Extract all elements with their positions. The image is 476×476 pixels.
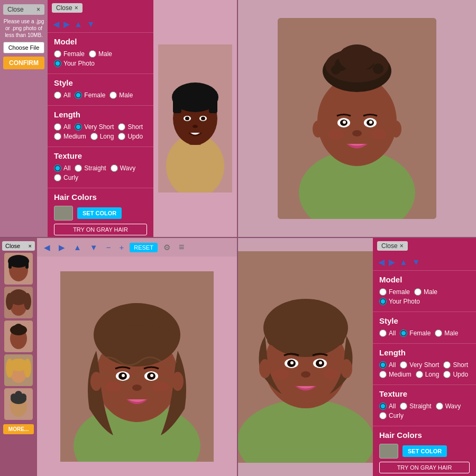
svg-point-52 xyxy=(10,325,27,335)
toolbar-minus[interactable]: − xyxy=(104,241,114,253)
br-texture-wavy[interactable]: Wavy xyxy=(436,402,461,410)
br-length-medium[interactable]: Medium xyxy=(379,371,411,378)
br-panel-close-button[interactable]: Close × xyxy=(377,241,408,251)
nav-left-arrow[interactable]: ◀ xyxy=(52,18,60,30)
br-length-updo[interactable]: Updo xyxy=(443,371,468,378)
br-length-title: Length xyxy=(379,348,470,357)
top-left-filter-panel: Close × ◀ ▶ ▲ ▼ Model Female Male Your P… xyxy=(48,0,153,237)
length-section: Length All Very Short Short Medium Long … xyxy=(48,105,153,147)
texture-straight-option[interactable]: Straight xyxy=(75,164,106,172)
toolbar-down-arrow[interactable]: ▼ xyxy=(87,241,100,253)
color-swatch[interactable] xyxy=(54,206,73,221)
length-all-option[interactable]: All xyxy=(54,123,70,131)
br-length-short[interactable]: Short xyxy=(443,361,468,369)
length-vshort-option[interactable]: Very Short xyxy=(75,123,114,131)
texture-wavy-option[interactable]: Wavy xyxy=(111,164,136,172)
br-style-female[interactable]: Female xyxy=(400,329,431,337)
style-all-option[interactable]: All xyxy=(54,91,70,99)
thumbnail-4[interactable] xyxy=(4,354,33,386)
texture-all-option[interactable]: All xyxy=(54,164,70,172)
br-texture-curly[interactable]: Curly xyxy=(379,412,404,419)
style-section: Style All Female Male xyxy=(48,74,153,105)
model-female-option[interactable]: Female xyxy=(54,50,85,58)
toolbar-gear-button[interactable]: ⚙ xyxy=(161,241,173,254)
bottom-left-quadrant: Close × xyxy=(0,238,238,476)
toolbar-right-arrow[interactable]: ▶ xyxy=(56,241,68,254)
svg-point-97 xyxy=(341,359,352,378)
confirm-button[interactable]: CONFIRM xyxy=(3,57,44,69)
br-set-color-button[interactable]: SET COLOR xyxy=(402,445,447,457)
br-nav-right[interactable]: ▶ xyxy=(388,256,396,268)
length-updo-option[interactable]: Updo xyxy=(118,133,143,140)
texture-curly-option[interactable]: Curly xyxy=(54,174,78,181)
bottom-right-quadrant: ◀ ▶ ▲ ▼ xyxy=(238,238,476,476)
br-model-female[interactable]: Female xyxy=(379,288,410,296)
br-style-section: Style All Female Male xyxy=(373,312,476,343)
svg-point-29 xyxy=(343,121,346,124)
br-nav-left[interactable]: ◀ xyxy=(377,256,386,268)
svg-point-76 xyxy=(132,385,142,391)
length-radio-group-2: Medium Long Updo xyxy=(54,133,147,140)
style-male-option[interactable]: Male xyxy=(109,91,133,99)
br-length-long[interactable]: Long xyxy=(416,371,440,378)
thumbnail-1[interactable] xyxy=(4,253,33,285)
nav-right-arrow[interactable]: ▶ xyxy=(62,18,71,30)
model-yourphoto-option[interactable]: Your Photo xyxy=(54,60,95,67)
top-right-quadrant xyxy=(238,0,476,238)
bottom-left-close-button[interactable]: Close × xyxy=(2,241,35,251)
toolbar-plus[interactable]: + xyxy=(116,241,126,253)
svg-point-78 xyxy=(152,381,169,392)
br-model-section: Model Female Male Your Photo xyxy=(373,270,476,312)
texture-section-title: Texture xyxy=(54,151,147,160)
br-color-swatch[interactable] xyxy=(379,444,398,459)
try-gray-button[interactable]: TRY ON GRAY HAIR xyxy=(54,224,147,235)
close-label: Close xyxy=(7,6,24,13)
more-button[interactable]: MORE... xyxy=(3,424,34,434)
svg-point-74 xyxy=(122,374,125,377)
br-style-all[interactable]: All xyxy=(379,329,396,337)
length-short-option[interactable]: Short xyxy=(118,123,143,131)
length-radio-group: All Very Short Short xyxy=(54,123,147,131)
br-model-yourphoto[interactable]: Your Photo xyxy=(379,298,420,305)
thumbnail-5[interactable] xyxy=(4,388,33,420)
length-section-title: Length xyxy=(54,110,147,119)
length-medium-option[interactable]: Medium xyxy=(54,133,86,140)
model-section: Model Female Male Your Photo xyxy=(48,32,153,74)
br-texture-all[interactable]: All xyxy=(379,402,396,410)
br-length-all[interactable]: All xyxy=(379,361,396,369)
length-long-option[interactable]: Long xyxy=(90,133,114,140)
style-female-option[interactable]: Female xyxy=(75,91,105,99)
nav-up-arrow[interactable]: ▲ xyxy=(73,18,84,30)
choose-file-button[interactable]: Choose File xyxy=(3,42,44,53)
svg-point-85 xyxy=(263,299,348,357)
br-texture-section: Texture All Straight Wavy Curly xyxy=(373,385,476,426)
svg-point-91 xyxy=(290,361,294,364)
thumbnail-3[interactable] xyxy=(4,321,33,352)
top-left-close-button[interactable]: Close × xyxy=(3,4,44,15)
toolbar-reset-button[interactable]: RESET xyxy=(130,243,158,252)
svg-point-56 xyxy=(6,359,13,378)
br-try-gray-button[interactable]: TRY ON GRAY HAIR xyxy=(379,462,470,473)
svg-point-23 xyxy=(331,65,341,75)
svg-point-33 xyxy=(370,129,386,140)
panel-close-button[interactable]: Close × xyxy=(52,3,83,13)
bottom-left-main-view: ◀ ▶ ▲ ▼ − + RESET ⚙ ≡ xyxy=(37,238,237,476)
nav-down-arrow[interactable]: ▼ xyxy=(86,18,96,30)
br-style-male[interactable]: Male xyxy=(435,329,458,337)
br-model-male[interactable]: Male xyxy=(414,288,437,296)
set-color-button[interactable]: SET COLOR xyxy=(77,207,122,219)
br-nav-down[interactable]: ▼ xyxy=(411,256,422,268)
toolbar-up-arrow[interactable]: ▲ xyxy=(71,241,84,253)
thumbnail-2[interactable] xyxy=(4,287,33,318)
svg-point-31 xyxy=(352,130,362,136)
br-nav-up[interactable]: ▲ xyxy=(398,256,409,268)
toolbar-left-arrow[interactable]: ◀ xyxy=(41,241,53,254)
toolbar-menu-button[interactable]: ≡ xyxy=(176,240,187,254)
close-x-bl: × xyxy=(29,243,32,249)
br-length-vshort[interactable]: Very Short xyxy=(400,361,439,369)
svg-rect-7 xyxy=(174,95,216,106)
model-male-option[interactable]: Male xyxy=(89,50,112,58)
svg-point-32 xyxy=(328,129,344,140)
thumbnail-sidebar: Close × xyxy=(0,238,37,476)
br-texture-straight[interactable]: Straight xyxy=(400,402,431,410)
